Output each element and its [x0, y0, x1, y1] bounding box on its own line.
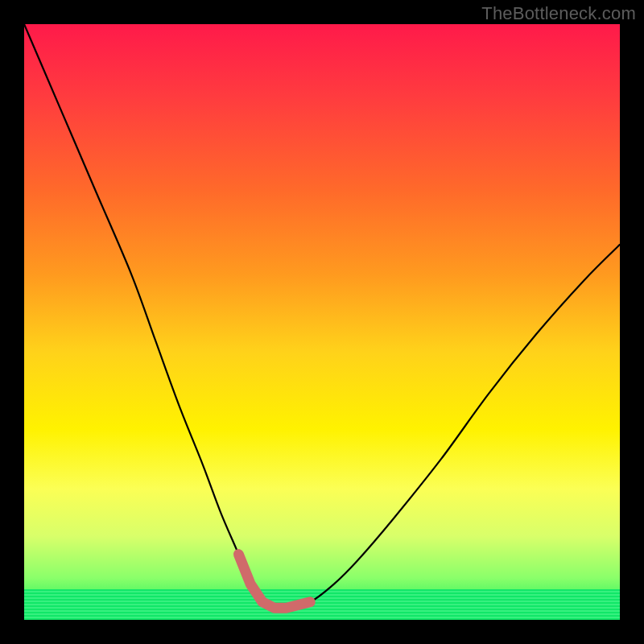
- bottleneck-curve: [24, 24, 620, 609]
- chart-frame: TheBottleneck.com: [0, 0, 644, 644]
- valley-marker: [238, 555, 310, 609]
- plot-area: [24, 24, 620, 620]
- chart-svg: [24, 24, 620, 620]
- watermark-text: TheBottleneck.com: [481, 3, 636, 24]
